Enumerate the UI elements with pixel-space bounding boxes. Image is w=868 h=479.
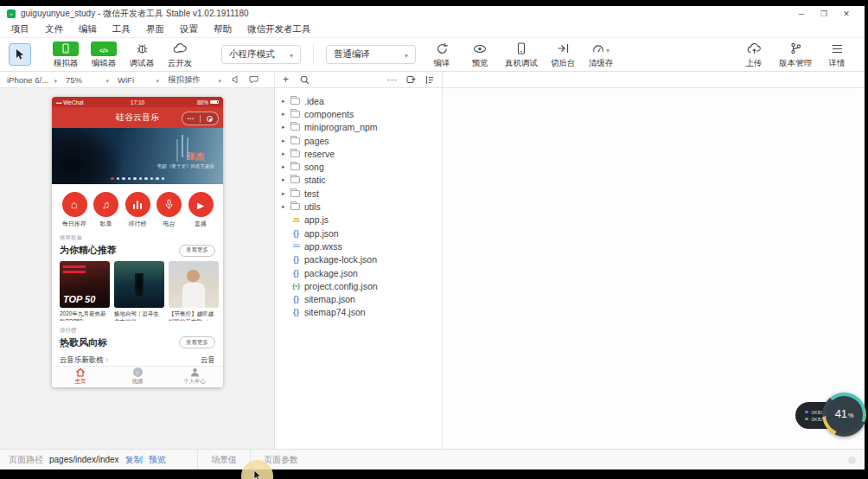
compile-button[interactable]: 编译	[423, 41, 461, 69]
capsule-close-icon[interactable]	[201, 116, 218, 122]
tree-file[interactable]: ≡≡app.wxss	[275, 240, 442, 252]
music-note-icon	[102, 199, 110, 211]
rank-list-row[interactable]: 云音乐新歌榜 云音	[52, 349, 223, 366]
footer-status-icon[interactable]	[848, 455, 856, 464]
copy-path-link[interactable]: 复制	[125, 454, 143, 466]
code-icon	[99, 41, 108, 56]
phone-nav-bar: 硅谷云音乐	[52, 107, 223, 128]
entry-playlist[interactable]: 歌单	[92, 192, 121, 228]
collapse-all-icon[interactable]	[425, 75, 434, 85]
mode-select[interactable]: 小程序模式	[221, 45, 301, 64]
more-options-icon[interactable]	[387, 74, 397, 86]
menu-edit[interactable]: 编辑	[71, 23, 105, 35]
simulator-panel: WeChat 17:10 88% 硅谷云音乐 张杰 电影《姜子牙》同名主题曲	[0, 88, 275, 449]
capsule-menu-icon[interactable]	[182, 116, 200, 121]
search-icon[interactable]	[300, 75, 310, 85]
percent-gauge-widget[interactable]: 41 %	[822, 393, 866, 437]
menu-project[interactable]: 项目	[3, 23, 37, 35]
chat-bubble-icon[interactable]	[249, 75, 258, 84]
carousel-dots	[52, 177, 223, 181]
tree-folder[interactable]: pages	[275, 134, 442, 147]
editor-toggle-button[interactable]: 编辑器	[85, 41, 123, 69]
upload-dot-icon	[805, 411, 808, 414]
tree-folder[interactable]: .idea	[275, 94, 442, 107]
rank-section: 排行榜 热歌风向标 查看更多	[52, 321, 223, 349]
menu-file[interactable]: 文件	[37, 23, 71, 35]
json-file-icon: {}	[290, 269, 302, 278]
menu-devtools[interactable]: 微信开发者工具	[239, 23, 319, 35]
bug-icon	[136, 42, 149, 54]
tab-profile[interactable]: 个人中心	[166, 367, 223, 387]
entry-ranking[interactable]: 排行榜	[123, 192, 152, 228]
scene-value-tab[interactable]: 场景值	[197, 450, 250, 469]
hamburger-icon	[832, 44, 843, 54]
window-title: guiguyunyue_study - 微信开发者工具 Stable v1.02…	[21, 8, 249, 20]
add-file-icon[interactable]	[283, 73, 289, 86]
tree-folder[interactable]: components	[275, 107, 442, 120]
tree-file[interactable]: {}sitemap74.json	[275, 306, 442, 319]
banner-caption: 电影《姜子牙》同名主题曲	[157, 163, 214, 169]
tab-home[interactable]: 主页	[52, 367, 109, 387]
simulator-toggle-button[interactable]: 模拟器	[47, 41, 85, 69]
tree-folder[interactable]: song	[275, 160, 442, 173]
editor-area[interactable]	[443, 88, 865, 449]
tree-folder[interactable]: utils	[275, 200, 442, 213]
section-tag: 排行榜	[60, 327, 215, 335]
zoom-select[interactable]: 75%	[66, 75, 109, 85]
recommend-section: 推荐歌单 为你精心推荐 查看更多	[52, 228, 223, 257]
folder-icon	[290, 124, 300, 131]
open-in-editor-icon[interactable]	[406, 75, 416, 84]
entry-daily-recommend[interactable]: 每日推荐	[60, 192, 89, 228]
compile-mode-select[interactable]: 普通编译	[326, 45, 416, 64]
tree-file[interactable]: JSapp.js	[275, 214, 442, 227]
tree-file[interactable]: {}package-lock.json	[275, 253, 442, 266]
simulator-label: 模拟器	[54, 58, 79, 69]
menu-help[interactable]: 帮助	[206, 23, 239, 35]
status-bar: 页面路径 pages/index/index 复制 预览 场景值 页面参数	[0, 449, 865, 469]
cloud-dev-label: 云开发	[168, 58, 193, 69]
version-control-button[interactable]: 版本管理	[773, 41, 818, 69]
tree-folder[interactable]: static	[275, 174, 442, 187]
quick-entry-row: 每日推荐 歌单 排行榜 电台	[52, 184, 223, 228]
tree-folder[interactable]: test	[275, 187, 442, 200]
mic-icon	[164, 199, 174, 210]
device-select[interactable]: iPhone 6/...	[7, 75, 57, 85]
tree-file[interactable]: {•}project.config.json	[275, 279, 442, 292]
upload-button[interactable]: 上传	[735, 41, 773, 69]
banner-carousel[interactable]: 张杰 电影《姜子牙》同名主题曲	[52, 128, 223, 184]
tree-file[interactable]: {}app.json	[275, 227, 442, 240]
cloud-dev-button[interactable]: 云开发	[161, 41, 199, 69]
preview-button[interactable]: 预览	[461, 41, 499, 69]
tree-file[interactable]: {}package.json	[275, 266, 442, 279]
simulate-action-select[interactable]: 模拟操作	[168, 74, 221, 86]
tree-folder[interactable]: miniprogram_npm	[275, 121, 442, 134]
details-button[interactable]: 详情	[818, 41, 856, 69]
app-logo-icon	[7, 10, 16, 18]
debugger-toggle-button[interactable]: 调试器	[123, 41, 161, 69]
menu-tools[interactable]: 工具	[105, 23, 138, 35]
maximize-button[interactable]	[813, 10, 835, 18]
minimize-button[interactable]	[790, 10, 813, 18]
switch-background-button[interactable]: 切后台	[544, 41, 582, 69]
playlist-card[interactable]: TOP 50 2020年九月最热新歌TOP50	[60, 261, 110, 321]
tree-file[interactable]: {}sitemap.json	[275, 292, 442, 305]
preview-path-link[interactable]: 预览	[149, 454, 166, 466]
playlist-card[interactable]: 极地自驾｜追寻生命中的光	[114, 261, 164, 321]
entry-live[interactable]: 直播	[186, 192, 215, 228]
entry-radio[interactable]: 电台	[155, 192, 184, 228]
remote-debug-button[interactable]: 真机调试	[499, 41, 544, 69]
menu-view[interactable]: 界面	[138, 23, 172, 35]
tab-video[interactable]: 视频	[109, 367, 166, 387]
tree-folder[interactable]: reserve	[275, 147, 442, 160]
chevron-down-icon	[54, 75, 57, 85]
menu-settings[interactable]: 设置	[172, 23, 206, 35]
playlist-card[interactable]: 【节奏控】越听越好听的英文歌（…	[169, 261, 219, 321]
editor-label: 编辑器	[92, 58, 117, 69]
pointer-tool-button[interactable]	[9, 43, 31, 66]
network-select[interactable]: WiFi	[118, 75, 159, 85]
speaker-icon[interactable]	[232, 75, 240, 84]
clear-cache-button[interactable]: 清缓存	[582, 41, 620, 69]
close-button[interactable]	[835, 10, 858, 18]
view-more-button[interactable]: 查看更多	[179, 336, 215, 348]
view-more-button[interactable]: 查看更多	[179, 245, 215, 257]
